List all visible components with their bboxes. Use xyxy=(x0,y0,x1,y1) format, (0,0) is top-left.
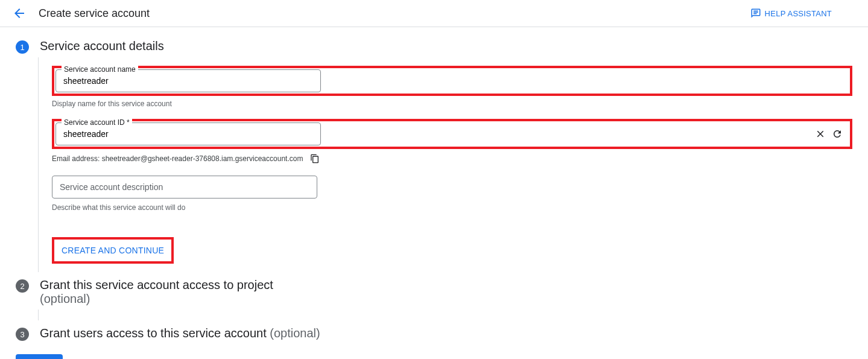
copy-email-button[interactable] xyxy=(310,154,320,164)
refresh-icon xyxy=(832,129,843,139)
help-assistant-label: HELP ASSISTANT xyxy=(765,9,832,18)
step-3-title: Grant users access to this service accou… xyxy=(40,326,852,340)
step-2-number: 2 xyxy=(16,279,29,293)
name-label: Service account name xyxy=(62,65,138,74)
step-2: 2 Grant this service account access to p… xyxy=(16,278,852,306)
refresh-id-button[interactable] xyxy=(832,129,843,139)
page-title: Create service account xyxy=(39,7,150,20)
step-3: 3 Grant users access to this service acc… xyxy=(16,326,852,341)
service-account-description-input[interactable] xyxy=(52,176,317,199)
step-1-number: 1 xyxy=(16,40,29,54)
description-field xyxy=(52,176,852,199)
done-button[interactable]: DONE xyxy=(16,354,63,359)
back-arrow-button[interactable] xyxy=(12,6,27,21)
create-and-continue-button[interactable]: CREATE AND CONTINUE xyxy=(57,243,169,258)
page-header: Create service account HELP ASSISTANT xyxy=(0,0,868,27)
email-text: Email address: sheetreader@gsheet-reader… xyxy=(52,154,303,163)
id-label: Service account ID * xyxy=(62,118,132,127)
clear-id-button[interactable] xyxy=(815,129,826,139)
email-address-line: Email address: sheetreader@gsheet-reader… xyxy=(52,154,852,164)
step-3-number: 3 xyxy=(16,328,29,341)
description-helper: Describe what this service account will … xyxy=(52,203,852,212)
step-connector-2-3 xyxy=(38,310,39,320)
service-account-name-field-highlight: Service account name xyxy=(52,66,852,96)
chat-icon xyxy=(750,8,761,19)
name-helper: Display name for this service account xyxy=(52,100,852,108)
arrow-left-icon xyxy=(12,6,27,21)
service-account-id-field-highlight: Service account ID * xyxy=(52,119,852,149)
cancel-button[interactable]: CANCEL xyxy=(71,354,122,359)
create-continue-highlight: CREATE AND CONTINUE xyxy=(52,237,174,264)
step-1-body: Service account name Display name for th… xyxy=(38,57,852,272)
step-2-title: Grant this service account access to pro… xyxy=(40,278,852,306)
help-assistant-button[interactable]: HELP ASSISTANT xyxy=(750,8,832,19)
close-icon xyxy=(815,129,826,139)
step-3-optional: (optional) xyxy=(270,326,320,340)
footer-buttons: DONE CANCEL xyxy=(16,354,852,359)
step-1: 1 Service account details xyxy=(16,39,852,54)
main-content: 1 Service account details Service accoun… xyxy=(0,27,868,359)
step-2-optional: (optional) xyxy=(40,292,90,305)
step-1-title: Service account details xyxy=(40,39,852,53)
copy-icon xyxy=(310,154,320,164)
